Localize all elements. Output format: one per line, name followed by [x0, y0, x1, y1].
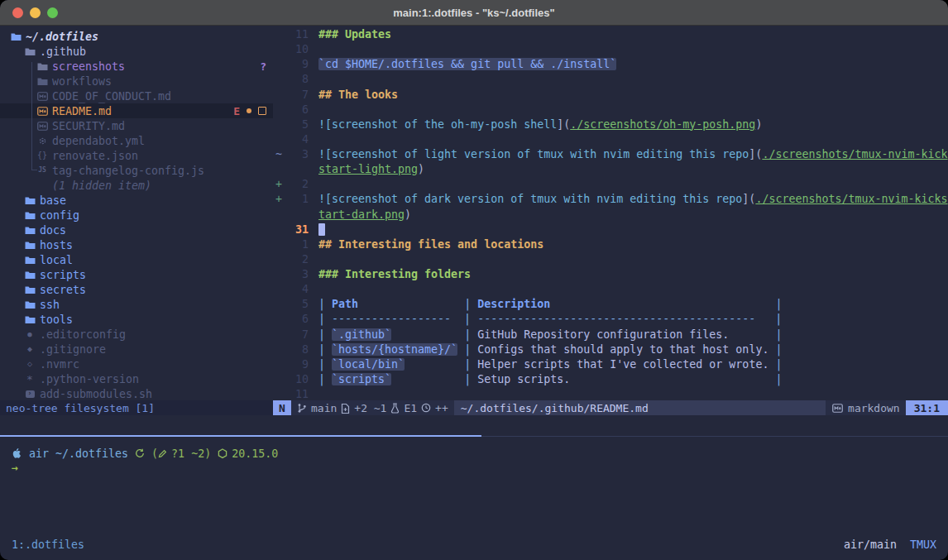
tree-item--.dotfiles[interactable]: ~/.dotfiles [0, 29, 273, 44]
git-paren-open: ( [151, 448, 158, 460]
tmux-status-bar: 1:.dotfiles air/main TMUX [0, 529, 948, 560]
tree-item-label: SECURITY.md [52, 120, 125, 132]
git-status-markers: E [233, 105, 266, 117]
tree-item-code-of-conduct.md[interactable]: CODE_OF_CONDUCT.md [0, 89, 273, 103]
tree-item-label: workflows [52, 75, 112, 88]
editor-line[interactable]: 7| `.github` | GitHub Repository configu… [273, 328, 948, 342]
line-number: 4 [287, 132, 309, 147]
tree-item-ssh[interactable]: ssh [0, 297, 273, 312]
tree-item-dependabot.yml[interactable]: dependabot.yml [0, 133, 273, 148]
editor-line[interactable]: 5![screenshot of the oh-my-posh shell](.… [273, 117, 948, 132]
editor-line[interactable]: 9| `local/bin` | Helper scripts that I'v… [273, 357, 948, 372]
editor-line[interactable]: +1![screenshot of dark version of tmux w… [273, 192, 948, 222]
tmux-window-name[interactable]: 1:.dotfiles [12, 538, 84, 551]
editor-line[interactable]: 2 [273, 252, 948, 267]
folder-icon [24, 196, 36, 205]
git-branch-icon [297, 403, 307, 414]
editor-line[interactable]: +2 [273, 177, 948, 192]
statusline-extra: ++ [435, 402, 448, 414]
tree-item-label: secrets [40, 284, 86, 296]
tmux-badge: TMUX [910, 538, 936, 551]
editor-line[interactable]: 6| ------------------ | ----------------… [273, 312, 948, 327]
tree-item-.github[interactable]: .github [0, 44, 273, 59]
line-text: ### Updates [318, 27, 948, 42]
tree-item-config[interactable]: config [0, 208, 273, 223]
line-text: ![screenshot of the oh-my-posh shell](./… [318, 117, 948, 132]
editor-line[interactable]: 6 [273, 103, 948, 117]
editor-line[interactable]: 3### Interesting folders [273, 267, 948, 282]
editor-line[interactable]: 4 [273, 132, 948, 147]
editor-line[interactable]: 31 [273, 223, 948, 237]
tree-item-label: .nvmrc [40, 358, 79, 371]
tree-item-label: tools [40, 314, 73, 326]
tree-item-.python-version[interactable]: *.python-version [0, 371, 273, 386]
line-text: | `local/bin` | Helper scripts that I've… [318, 357, 948, 372]
editor-line[interactable]: 8 [273, 72, 948, 87]
window-title: main:1:.dotfiles - "ks~/.dotfiles" [0, 7, 948, 19]
tree-item-docs[interactable]: docs [0, 223, 273, 237]
editor-line[interactable]: 7## The looks [273, 88, 948, 103]
tree-item-label: ~/.dotfiles [26, 31, 98, 43]
tree-item-add-submodules.sh[interactable]: ›add-submodules.sh [0, 386, 273, 401]
markdown-file-icon [36, 122, 48, 131]
shell-pane[interactable]: air ~/.dotfiles ( ?1 ~2 ) 20.15.0 → [0, 437, 948, 529]
tree-item-tag-changelog-config.js[interactable]: JStag-changelog-config.js [0, 163, 273, 178]
line-number: 11 [287, 27, 309, 42]
prompt-arrow[interactable]: → [12, 462, 948, 476]
line-number: 1 [287, 192, 309, 207]
untracked-marker: ? [260, 60, 266, 73]
editor-line[interactable]: 1## Interesting files and locations [273, 237, 948, 252]
tree-item-label: .gitignore [40, 343, 106, 356]
editor-line[interactable]: 4 [273, 282, 948, 297]
tree-item-tools[interactable]: tools [0, 312, 273, 327]
folder-icon [24, 226, 36, 235]
cursor-position: 31:1 [906, 400, 948, 415]
line-number: 9 [287, 357, 309, 372]
tree-item--1-hidden-item-[interactable]: (1 hidden item) [0, 178, 273, 193]
tree-item-local[interactable]: local [0, 252, 273, 267]
tree-item-screenshots[interactable]: screenshots? [0, 59, 273, 74]
line-number: 10 [287, 372, 309, 387]
tree-item-readme.md[interactable]: README.mdE [0, 103, 273, 118]
shell-script-icon: › [24, 390, 36, 398]
tree-item-.nvmrc[interactable]: ◇.nvmrc [0, 357, 273, 371]
prompt-host: air [29, 448, 49, 460]
editor-line[interactable]: 9`cd $HOME/.dotfiles && git pull && ./in… [273, 57, 948, 72]
line-text: | `hosts/{hostname}/` | Configs that sho… [318, 342, 948, 357]
line-number: 7 [287, 328, 309, 342]
line-number: 1 [287, 237, 309, 252]
editor-line[interactable]: 10 [273, 42, 948, 57]
tree-item-.editorconfig[interactable]: ●.editorconfig [0, 327, 273, 342]
tree-item-.gitignore[interactable]: ◆.gitignore [0, 342, 273, 357]
lualine-statusline: N main +2 ~1 E1 ++ ~/.dotfiles/.github/R… [273, 400, 948, 415]
editor-line[interactable]: 5| Path | Description | [273, 297, 948, 312]
editor-line[interactable]: 11### Updates [273, 27, 948, 42]
tree-item-secrets[interactable]: secrets [0, 282, 273, 297]
line-text: `cd $HOME/.dotfiles && git pull && ./ins… [318, 57, 948, 72]
tree-item-workflows[interactable]: workflows [0, 74, 273, 89]
line-number: 8 [287, 72, 309, 87]
git-segment: main +2 ~1 E1 ++ [291, 402, 454, 414]
folder-icon [36, 77, 48, 86]
editor-line[interactable]: 10| `scripts` | Setup scripts. | [273, 372, 948, 387]
tree-item-label: add-submodules.sh [40, 388, 152, 400]
neo-tree-sidebar: ~/.dotfiles.githubscreenshots?workflowsC… [0, 26, 273, 400]
tree-item-scripts[interactable]: scripts [0, 267, 273, 282]
tree-item-hosts[interactable]: hosts [0, 237, 273, 252]
editor-pane[interactable]: 11### Updates109`cd $HOME/.dotfiles && g… [273, 26, 948, 400]
status-row: neo-tree filesystem [1] N main +2 ~1 E1 … [0, 400, 948, 415]
tree-item-base[interactable]: base [0, 193, 273, 208]
folder-icon [24, 211, 36, 220]
editor-line[interactable]: 8| `hosts/{hostname}/` | Configs that sh… [273, 342, 948, 357]
tree-item-renovate.json[interactable]: {}renovate.json [0, 148, 273, 163]
editor-line[interactable]: 11 [273, 387, 948, 400]
tree-item-security.md[interactable]: SECURITY.md [0, 118, 273, 133]
tree-item-label: .python-version [40, 373, 139, 385]
folder-icon [24, 315, 36, 324]
editor-line[interactable]: ~3![screenshot of light version of tmux … [273, 147, 948, 177]
diff-file-icon [341, 403, 350, 414]
line-text: ## Interesting files and locations [318, 237, 948, 252]
python-icon: * [24, 373, 36, 385]
line-number: 8 [287, 342, 309, 357]
gutter-sign: + [273, 177, 287, 192]
